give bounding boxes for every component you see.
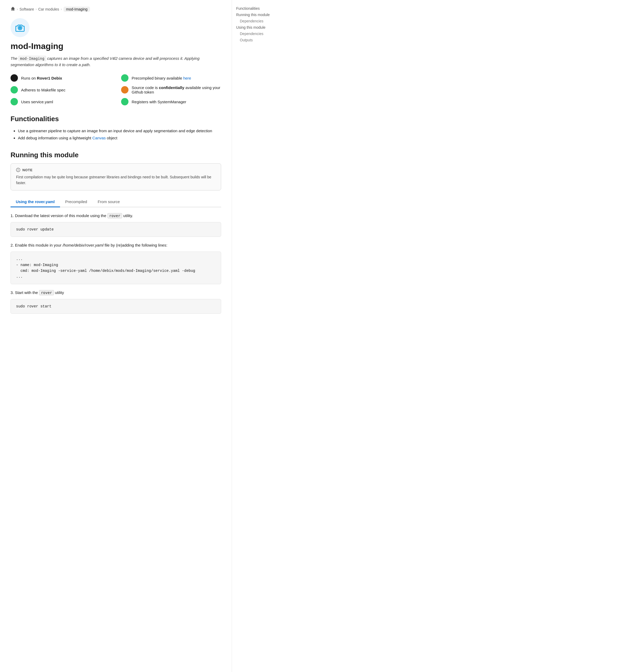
- breadcrumb-sep-2: ›: [35, 7, 36, 11]
- sidebar-nav: Functionalities Running this module Depe…: [236, 6, 285, 42]
- breadcrumb-car-modules[interactable]: Car modules: [38, 7, 59, 11]
- breadcrumb: › Software › Car modules › mod-Imaging: [10, 6, 221, 12]
- note-box: i NOTE First compilation may be quite lo…: [10, 163, 221, 190]
- status-dot-green-1: [121, 74, 128, 82]
- status-item-binary: Precompiled binary available here: [121, 74, 221, 82]
- step-3: 3. Start with the rover utility: [10, 289, 221, 296]
- status-dot-black: [10, 74, 18, 82]
- tab-rover-yaml[interactable]: Using the rover.yaml: [10, 197, 60, 207]
- status-label-rover1: Runs on Rover1 Debix: [21, 76, 62, 80]
- breadcrumb-sep-3: ›: [61, 7, 62, 11]
- module-description: The mod-Imaging captures an image from a…: [10, 55, 221, 68]
- sidebar-item-running[interactable]: Running this module: [236, 13, 285, 17]
- status-item-source: Source code is confidentially available …: [121, 85, 221, 94]
- main-content: › Software › Car modules › mod-Imaging m…: [0, 0, 232, 672]
- binary-link[interactable]: here: [183, 76, 191, 80]
- canvas-link[interactable]: Canvas: [93, 136, 106, 140]
- status-label-systemmanager: Registers with SystemManager: [132, 100, 186, 104]
- functionalities-list: Use a gstreamer pipeline to capture an i…: [10, 127, 221, 141]
- sidebar-link-outputs[interactable]: Outputs: [240, 38, 253, 42]
- status-item-service-yaml: Uses service.yaml: [10, 98, 110, 105]
- breadcrumb-home[interactable]: [10, 6, 15, 12]
- running-title: Running this module: [10, 151, 221, 159]
- note-header: i NOTE: [16, 168, 216, 172]
- sidebar-link-dependencies-2[interactable]: Dependencies: [240, 32, 263, 36]
- status-grid: Runs on Rover1 Debix Precompiled binary …: [10, 74, 221, 105]
- note-text: First compilation may be quite long beca…: [16, 174, 216, 186]
- func-item-2: Add debug information using a lightweigh…: [18, 134, 221, 141]
- status-label-makefile: Adheres to Makefile spec: [21, 88, 65, 92]
- svg-point-1: [19, 27, 21, 29]
- status-item-systemmanager: Registers with SystemManager: [121, 98, 221, 105]
- status-item-makefile: Adheres to Makefile spec: [10, 85, 110, 94]
- sidebar-item-dependencies-1[interactable]: Dependencies: [236, 19, 285, 23]
- status-item-rover1: Runs on Rover1 Debix: [10, 74, 110, 82]
- sidebar-link-using[interactable]: Using this module: [236, 25, 266, 29]
- rover-code-1: rover: [107, 213, 122, 218]
- code-block-3: sudo rover start: [10, 299, 221, 314]
- breadcrumb-sep-1: ›: [17, 7, 18, 11]
- info-icon: i: [16, 168, 20, 172]
- status-dot-green-2: [10, 86, 18, 94]
- tab-precompiled[interactable]: Precompiled: [60, 197, 93, 207]
- module-icon: [10, 18, 29, 37]
- breadcrumb-current: mod-Imaging: [64, 6, 90, 12]
- module-title: mod-Imaging: [10, 41, 221, 51]
- desc-code: mod-Imaging: [19, 56, 46, 61]
- functionalities-title: Functionalities: [10, 115, 221, 123]
- svg-text:i: i: [18, 169, 19, 171]
- note-label: NOTE: [22, 168, 33, 172]
- sidebar-link-dependencies-1[interactable]: Dependencies: [240, 19, 263, 23]
- tabs: Using the rover.yaml Precompiled From so…: [10, 197, 221, 207]
- step-2: 2. Enable this module in your /home/debi…: [10, 242, 221, 248]
- status-dot-green-4: [121, 98, 128, 105]
- camera-icon: [15, 22, 25, 33]
- rover-code-2: rover: [39, 290, 54, 295]
- code-block-1: sudo rover update: [10, 222, 221, 237]
- breadcrumb-software[interactable]: Software: [20, 7, 34, 11]
- func-item-1: Use a gstreamer pipeline to capture an i…: [18, 127, 221, 134]
- step-1: 1. Download the latest version of this m…: [10, 213, 221, 219]
- status-label-source: Source code is confidentially available …: [132, 85, 221, 94]
- sidebar-link-running[interactable]: Running this module: [236, 13, 270, 17]
- sidebar-item-using[interactable]: Using this module: [236, 25, 285, 29]
- status-label-binary: Precompiled binary available here: [132, 76, 191, 80]
- home-icon: [10, 6, 15, 11]
- status-label-service-yaml: Uses service.yaml: [21, 100, 53, 104]
- sidebar: Functionalities Running this module Depe…: [232, 0, 289, 672]
- sidebar-item-functionalities[interactable]: Functionalities: [236, 6, 285, 10]
- status-dot-green-3: [10, 98, 18, 105]
- desc-before: The: [10, 56, 19, 61]
- sidebar-item-dependencies-2[interactable]: Dependencies: [236, 32, 285, 36]
- tab-from-source[interactable]: From source: [93, 197, 125, 207]
- code-block-2: ... - name: mod-Imaging cmd: mod-Imaging…: [10, 251, 221, 284]
- sidebar-link-functionalities[interactable]: Functionalities: [236, 6, 260, 10]
- sidebar-item-outputs[interactable]: Outputs: [236, 38, 285, 42]
- status-dot-orange: [121, 86, 128, 94]
